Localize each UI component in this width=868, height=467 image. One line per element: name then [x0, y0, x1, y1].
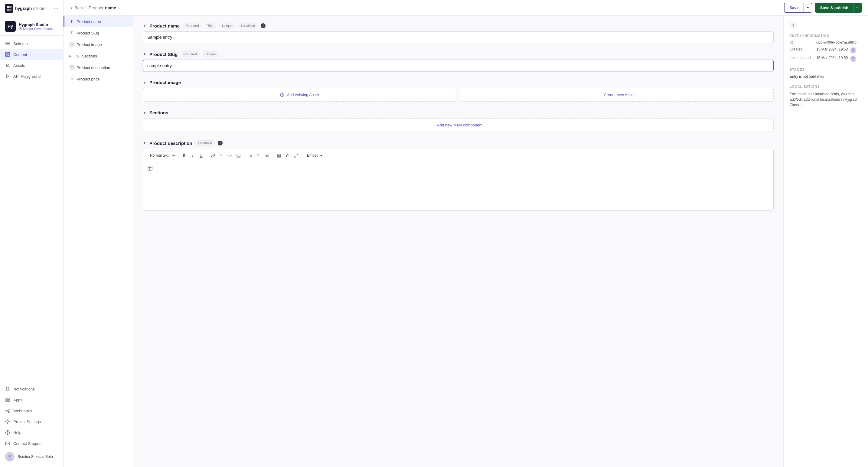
slug-badge-required: Required: [181, 52, 199, 57]
panel-updated-row: Last updated 15 Mar 2024, 19:50: [790, 56, 862, 62]
product-name-field: ▼ Product name Required Title Unique Loc…: [143, 23, 774, 43]
collapse-icon-name[interactable]: ▼: [143, 24, 146, 28]
save-button-group: Save: [784, 3, 812, 13]
sidebar-item-settings[interactable]: Project Settings: [0, 416, 63, 427]
product-slug-input[interactable]: [143, 60, 774, 71]
save-publish-button[interactable]: Save & publish: [815, 3, 853, 12]
field-item-product-description-label: Product description: [76, 65, 110, 70]
rich-text-content[interactable]: [143, 174, 773, 210]
create-new-label: +: [599, 93, 601, 97]
sidebar-item-notifications-label: Notifications: [13, 387, 35, 392]
sidebar-item-notifications[interactable]: Notifications: [0, 383, 63, 395]
product-desc-info-icon[interactable]: i: [218, 141, 223, 146]
publish-dropdown-button[interactable]: [853, 3, 861, 12]
product-description-field: ▼ Product description Localized i Normal…: [143, 141, 774, 211]
field-item-product-name[interactable]: T Product name: [63, 16, 133, 27]
save-dropdown-button[interactable]: [804, 3, 812, 12]
svg-rect-13: [6, 400, 7, 402]
product-slug-label: Product Slug: [149, 52, 178, 57]
embed-button[interactable]: Embed: [304, 152, 326, 159]
number-field-icon: π: [69, 76, 74, 81]
logo-text: hygraph: [15, 6, 32, 11]
field-item-product-image-label: Product image: [76, 42, 102, 47]
sidebar-menu-dots[interactable]: ···: [54, 5, 58, 12]
svg-rect-6: [5, 43, 10, 44]
field-item-product-description[interactable]: Product description: [63, 62, 133, 73]
text-style-select[interactable]: Normal text: [146, 152, 176, 159]
sidebar-item-help-label: Help: [13, 430, 22, 435]
create-new-asset-button[interactable]: + Create new Asset: [460, 88, 774, 102]
svg-rect-21: [5, 442, 10, 445]
save-button[interactable]: Save: [784, 3, 803, 12]
indent-button[interactable]: [263, 152, 271, 159]
sidebar-item-webhooks[interactable]: Webhooks: [0, 405, 63, 416]
svg-rect-7: [5, 44, 10, 45]
svg-rect-5: [5, 42, 10, 43]
sidebar-item-content[interactable]: Content: [0, 49, 63, 60]
field-item-sections[interactable]: ▶ ◇ Sections: [63, 50, 133, 62]
image-button[interactable]: [235, 152, 242, 159]
top-bar-actions: Save Save & publish: [784, 3, 862, 13]
back-button[interactable]: Back: [69, 5, 84, 10]
svg-rect-0: [7, 6, 9, 8]
add-component-button[interactable]: + Add new Main component: [143, 118, 774, 132]
underline-button[interactable]: U: [197, 152, 205, 159]
add-existing-asset-button[interactable]: Add existing Asset: [143, 88, 456, 102]
editor-main: ▼ Product name Required Title Unique Loc…: [133, 16, 783, 467]
bold-button[interactable]: B: [180, 152, 188, 159]
svg-point-16: [8, 409, 9, 410]
product-image-label: Product image: [149, 80, 181, 85]
edit-button[interactable]: [283, 152, 291, 159]
fullscreen-button[interactable]: [292, 152, 300, 159]
id-value: cltt0kwfl009×06te7usz8875: [816, 40, 857, 44]
sidebar-item-api[interactable]: API Playground: [0, 71, 63, 82]
breadcrumb-separator: /: [86, 5, 87, 10]
link-button[interactable]: [209, 152, 217, 159]
field-item-product-price[interactable]: π Product price: [63, 73, 133, 85]
panel-toggle-button[interactable]: [790, 22, 797, 29]
sidebar-item-assets[interactable]: Assets: [0, 60, 63, 71]
help-icon: [5, 430, 10, 435]
numbered-list-button[interactable]: 1.2.: [255, 152, 262, 159]
user-section: Romina Soledad Soto: [0, 449, 63, 465]
sidebar-item-api-label: API Playground: [13, 74, 40, 79]
top-bar: Back / Product name ··· Save Save & publ…: [63, 0, 868, 16]
collapse-icon-desc[interactable]: ▼: [143, 141, 146, 145]
sidebar-item-schema[interactable]: Schema: [0, 38, 63, 49]
product-name-info-icon[interactable]: i: [261, 23, 266, 28]
right-panel: ENTRY INFORMATION ID cltt0kwfl009×06te7u…: [783, 16, 868, 467]
id-label: ID: [790, 40, 814, 45]
toolbar-separator-3: [244, 153, 244, 158]
rich-toolbar: Normal text B I U: [143, 149, 773, 162]
field-item-product-slug[interactable]: T Product Slug: [63, 27, 133, 39]
svg-rect-40: [277, 154, 281, 157]
publish-button-group: Save & publish: [815, 3, 862, 13]
field-item-product-image[interactable]: Product image: [63, 39, 133, 50]
code-button[interactable]: </>: [226, 152, 234, 159]
table-insert-button[interactable]: [146, 164, 154, 172]
stages-section: STAGES Entry is not published: [790, 68, 862, 79]
hygraph-logo: hygraph STUDIO: [5, 4, 46, 13]
collapse-icon-image[interactable]: ▼: [143, 81, 146, 85]
table-button[interactable]: [275, 152, 283, 159]
sidebar-item-apps-label: Apps: [13, 398, 22, 402]
breadcrumb: Back / Product name ···: [69, 5, 123, 10]
bullet-list-button[interactable]: [246, 152, 254, 159]
main-area: Back / Product name ··· Save Save & publ…: [63, 0, 868, 467]
sidebar-item-apps[interactable]: Apps: [0, 395, 63, 405]
sidebar-item-support[interactable]: Contact Support: [0, 438, 63, 449]
sections-field: ▼ Sections + Add new Main component: [143, 110, 774, 132]
blockquote-button[interactable]: [217, 152, 225, 159]
product-name-input[interactable]: [143, 31, 774, 43]
breadcrumb-dots[interactable]: ···: [119, 5, 123, 10]
badge-title: Title: [205, 23, 216, 28]
product-name-label: Product name: [149, 23, 180, 28]
collapse-icon-sections[interactable]: ▼: [143, 111, 146, 115]
sidebar: hygraph STUDIO ··· Hy Hygraph Studio Mas…: [0, 0, 63, 467]
sidebar-item-help[interactable]: Help: [0, 427, 63, 438]
badge-required: Required: [183, 23, 202, 28]
italic-button[interactable]: I: [189, 152, 196, 159]
collapse-icon-slug[interactable]: ▼: [143, 52, 146, 56]
assets-icon: [5, 63, 10, 68]
bell-icon: [5, 386, 10, 392]
